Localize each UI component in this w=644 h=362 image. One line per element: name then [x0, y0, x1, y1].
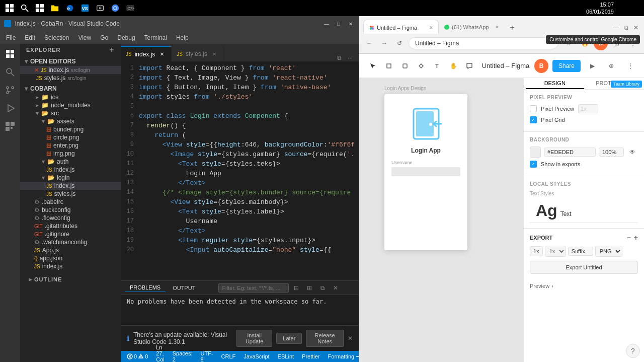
figma-present-btn[interactable]: ▶	[585, 58, 600, 74]
folder-auth[interactable]: ▾ 📂 auth	[20, 158, 121, 166]
status-branch[interactable]: Ln 27, Col 45	[154, 344, 167, 362]
status-spaces[interactable]: Spaces: 2	[171, 350, 195, 362]
browser-tab-whatsapp[interactable]: (61) WhatsApp ✕	[439, 21, 504, 34]
terminal-expand-btn[interactable]: ⊞	[304, 282, 315, 294]
activity-search-icon[interactable]	[2, 64, 18, 80]
command-prompt-icon[interactable]: C:\>	[125, 3, 136, 14]
split-editor-btn[interactable]: ⧉	[335, 54, 344, 61]
file-enter-png[interactable]: 🖼 enter.png	[20, 141, 121, 150]
tab-output[interactable]: OUTPUT	[168, 284, 200, 292]
status-eslint[interactable]: ESLint	[276, 353, 296, 359]
figma-move-tool[interactable]	[365, 58, 380, 74]
chrome-icon[interactable]	[110, 3, 121, 14]
status-encoding[interactable]: UTF-8	[199, 350, 215, 362]
ie-icon[interactable]: e	[64, 3, 75, 14]
status-line-ending[interactable]: CRLF	[219, 353, 238, 359]
background-color-input[interactable]: #EDEDED	[544, 148, 596, 157]
tab-stylesjs[interactable]: JS styles.js ✕	[172, 46, 223, 61]
pixel-grid-checkbox[interactable]: ✓	[530, 116, 537, 123]
tab-problems[interactable]: PROBLEMS	[125, 283, 166, 292]
file-bunder-png[interactable]: 🖼 bunder.png	[20, 125, 121, 133]
figma-share-btn[interactable]: Share	[552, 60, 581, 72]
file-img-png[interactable]: 🖼 img.png	[20, 150, 121, 158]
export-plus-btn[interactable]: +	[634, 234, 638, 242]
export-untitled-btn[interactable]: Export Untitled	[530, 261, 638, 274]
browser-restore-btn[interactable]: ⧉	[622, 24, 630, 32]
pixel-preview-checkbox[interactable]	[530, 105, 537, 112]
file-appjs[interactable]: JS App.js	[20, 246, 121, 254]
browser-minimize-btn[interactable]: —	[612, 24, 620, 32]
figma-comment-tool[interactable]	[462, 58, 477, 74]
terminal-filter-input[interactable]	[218, 283, 289, 293]
figma-shape-tool[interactable]	[397, 58, 413, 74]
figma-hand-tool[interactable]: ✋	[446, 58, 461, 74]
figma-more-btn[interactable]: ⋮	[623, 58, 638, 74]
windows-start-icon[interactable]	[4, 3, 15, 14]
file-buckconfig[interactable]: ⚙ buckconfig	[20, 206, 121, 214]
new-tab-btn[interactable]: +	[506, 22, 518, 34]
whatsapp-tab-close[interactable]: ✕	[495, 25, 499, 30]
vscode-icon[interactable]: VS	[79, 3, 91, 14]
folder-src[interactable]: ▾ 📂 src	[20, 109, 121, 117]
figma-pen-tool[interactable]	[414, 58, 429, 74]
menu-debug[interactable]: Debug	[113, 33, 139, 42]
figma-text-tool[interactable]: T	[430, 58, 445, 74]
background-opacity-input[interactable]: 100%	[599, 148, 624, 157]
menu-view[interactable]: View	[74, 33, 95, 42]
open-editor-stylesjs[interactable]: JS styles.js src/login	[20, 74, 121, 82]
design-tab[interactable]: DESIGN	[526, 78, 584, 89]
status-prettier[interactable]: Prettier	[300, 353, 321, 359]
media-icon[interactable]	[95, 3, 106, 14]
file-explorer-icon[interactable]	[49, 3, 60, 14]
export-scale-dropdown[interactable]: 1x	[545, 246, 566, 257]
search-taskbar-icon[interactable]	[19, 3, 30, 14]
pixel-preview-scale[interactable]: 1x	[578, 104, 598, 113]
folder-node-modules[interactable]: ▸ 📁 node_modules	[20, 101, 121, 109]
activity-extensions-icon[interactable]	[2, 118, 18, 134]
menu-selection[interactable]: Selection	[40, 33, 73, 42]
file-flowconfig[interactable]: ⚙ .flowconfig	[20, 214, 121, 222]
status-language[interactable]: JavaScript	[242, 353, 271, 359]
tab-indexjs[interactable]: JS index.js ✕	[121, 46, 172, 61]
file-login-stylesjs[interactable]: JS styles.js	[20, 190, 121, 198]
tab-terminal[interactable]	[202, 287, 212, 289]
export-format-select[interactable]: PNG JPG SVG PDF	[595, 246, 622, 257]
status-errors[interactable]: 0 0	[125, 353, 150, 359]
vscode-minimize-btn[interactable]: —	[323, 20, 331, 28]
file-babelrc[interactable]: ⚙ .babelrc	[20, 198, 121, 206]
file-gitattributes[interactable]: GIT .gitattributes	[20, 222, 121, 230]
help-btn[interactable]: ?	[626, 344, 640, 358]
preview-row[interactable]: Preview ›	[524, 279, 644, 293]
vscode-maximize-btn[interactable]: □	[335, 20, 343, 28]
refresh-btn[interactable]: ↺	[393, 37, 406, 49]
file-circle-png[interactable]: 🖼 circle.png	[20, 133, 121, 141]
folder-ios[interactable]: ▸ 📁 ios	[20, 93, 121, 101]
background-visibility-btn[interactable]: 👁	[627, 147, 638, 158]
folder-assets[interactable]: ▾ 📂 assets	[20, 117, 121, 125]
export-scale-select[interactable]: 1x	[530, 246, 543, 256]
file-watchmanconfig[interactable]: ⚙ .watchmanconfig	[20, 238, 121, 246]
vscode-close-btn[interactable]: ✕	[347, 20, 355, 28]
later-btn[interactable]: Later	[276, 333, 302, 344]
browser-tab-figma[interactable]: Untitled – Figma ✕	[363, 20, 439, 34]
export-suffix-input[interactable]: Suffix	[568, 247, 593, 256]
browser-close-btn[interactable]: ✕	[632, 24, 640, 32]
install-update-btn[interactable]: Install Update	[236, 330, 272, 347]
address-bar[interactable]: Untitled – Figma	[409, 37, 558, 49]
menu-file[interactable]: File	[2, 33, 20, 42]
terminal-close-btn[interactable]: ✕	[330, 282, 341, 294]
folder-login[interactable]: ▾ 📂 login	[20, 174, 121, 182]
background-color-swatch[interactable]	[530, 147, 541, 158]
forward-btn[interactable]: →	[378, 37, 390, 49]
task-view-icon[interactable]	[34, 3, 45, 14]
open-editor-indexjs[interactable]: ✕ JS index.js src/login	[20, 66, 121, 74]
tab-indexjs-close[interactable]: ✕	[158, 50, 166, 58]
menu-edit[interactable]: Edit	[21, 33, 39, 42]
export-minus-btn[interactable]: −	[627, 234, 631, 242]
terminal-collapse-btn[interactable]: ⊟	[291, 282, 302, 294]
figma-frame-tool[interactable]	[381, 58, 396, 74]
file-gitignore[interactable]: GIT .gitignore	[20, 230, 121, 238]
cobarn-header[interactable]: ▾ COBARN	[20, 84, 121, 93]
menu-go[interactable]: Go	[96, 33, 112, 42]
file-indexjs[interactable]: JS index.js	[20, 262, 121, 270]
